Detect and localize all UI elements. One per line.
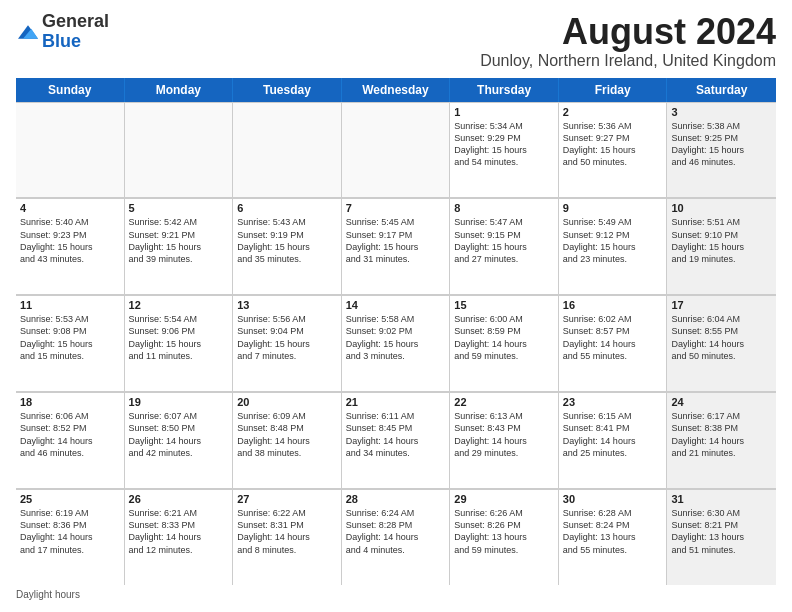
main-title: August 2024 (480, 12, 776, 52)
day-number: 13 (237, 299, 337, 311)
day-number: 8 (454, 202, 554, 214)
day-number: 26 (129, 493, 229, 505)
empty-cell (233, 102, 342, 198)
cell-info: Sunrise: 6:15 AMSunset: 8:41 PMDaylight:… (563, 410, 663, 459)
day-number: 2 (563, 106, 663, 118)
cell-info: Sunrise: 5:36 AMSunset: 9:27 PMDaylight:… (563, 120, 663, 169)
day-number: 15 (454, 299, 554, 311)
day-number: 30 (563, 493, 663, 505)
cell-info: Sunrise: 5:45 AMSunset: 9:17 PMDaylight:… (346, 216, 446, 265)
day-number: 20 (237, 396, 337, 408)
calendar-body: 1Sunrise: 5:34 AMSunset: 9:29 PMDaylight… (16, 102, 776, 585)
day-cell-8: 8Sunrise: 5:47 AMSunset: 9:15 PMDaylight… (450, 198, 559, 294)
day-number: 10 (671, 202, 772, 214)
cell-info: Sunrise: 6:30 AMSunset: 8:21 PMDaylight:… (671, 507, 772, 556)
day-number: 12 (129, 299, 229, 311)
day-number: 25 (20, 493, 120, 505)
cell-info: Sunrise: 6:00 AMSunset: 8:59 PMDaylight:… (454, 313, 554, 362)
day-number: 21 (346, 396, 446, 408)
empty-cell (16, 102, 125, 198)
cell-info: Sunrise: 5:47 AMSunset: 9:15 PMDaylight:… (454, 216, 554, 265)
day-header-friday: Friday (559, 78, 668, 102)
day-header-wednesday: Wednesday (342, 78, 451, 102)
day-number: 11 (20, 299, 120, 311)
calendar-row-4: 18Sunrise: 6:06 AMSunset: 8:52 PMDayligh… (16, 392, 776, 489)
day-cell-4: 4Sunrise: 5:40 AMSunset: 9:23 PMDaylight… (16, 198, 125, 294)
day-number: 4 (20, 202, 120, 214)
day-cell-30: 30Sunrise: 6:28 AMSunset: 8:24 PMDayligh… (559, 489, 668, 585)
cell-info: Sunrise: 5:38 AMSunset: 9:25 PMDaylight:… (671, 120, 772, 169)
day-cell-2: 2Sunrise: 5:36 AMSunset: 9:27 PMDaylight… (559, 102, 668, 198)
day-cell-11: 11Sunrise: 5:53 AMSunset: 9:08 PMDayligh… (16, 295, 125, 391)
cell-info: Sunrise: 5:42 AMSunset: 9:21 PMDaylight:… (129, 216, 229, 265)
day-number: 5 (129, 202, 229, 214)
header: General Blue August 2024 Dunloy, Norther… (16, 12, 776, 70)
title-area: August 2024 Dunloy, Northern Ireland, Un… (480, 12, 776, 70)
cell-info: Sunrise: 5:49 AMSunset: 9:12 PMDaylight:… (563, 216, 663, 265)
day-number: 19 (129, 396, 229, 408)
calendar-row-1: 1Sunrise: 5:34 AMSunset: 9:29 PMDaylight… (16, 102, 776, 199)
day-cell-29: 29Sunrise: 6:26 AMSunset: 8:26 PMDayligh… (450, 489, 559, 585)
day-header-thursday: Thursday (450, 78, 559, 102)
day-header-tuesday: Tuesday (233, 78, 342, 102)
day-number: 16 (563, 299, 663, 311)
day-cell-20: 20Sunrise: 6:09 AMSunset: 8:48 PMDayligh… (233, 392, 342, 488)
day-cell-23: 23Sunrise: 6:15 AMSunset: 8:41 PMDayligh… (559, 392, 668, 488)
cell-info: Sunrise: 6:07 AMSunset: 8:50 PMDaylight:… (129, 410, 229, 459)
day-number: 31 (671, 493, 772, 505)
cell-info: Sunrise: 6:17 AMSunset: 8:38 PMDaylight:… (671, 410, 772, 459)
day-cell-27: 27Sunrise: 6:22 AMSunset: 8:31 PMDayligh… (233, 489, 342, 585)
day-cell-16: 16Sunrise: 6:02 AMSunset: 8:57 PMDayligh… (559, 295, 668, 391)
cell-info: Sunrise: 5:51 AMSunset: 9:10 PMDaylight:… (671, 216, 772, 265)
cell-info: Sunrise: 6:22 AMSunset: 8:31 PMDaylight:… (237, 507, 337, 556)
cell-info: Sunrise: 6:19 AMSunset: 8:36 PMDaylight:… (20, 507, 120, 556)
day-cell-5: 5Sunrise: 5:42 AMSunset: 9:21 PMDaylight… (125, 198, 234, 294)
logo-general: General (42, 11, 109, 31)
cell-info: Sunrise: 5:40 AMSunset: 9:23 PMDaylight:… (20, 216, 120, 265)
day-header-saturday: Saturday (667, 78, 776, 102)
day-cell-9: 9Sunrise: 5:49 AMSunset: 9:12 PMDaylight… (559, 198, 668, 294)
day-cell-6: 6Sunrise: 5:43 AMSunset: 9:19 PMDaylight… (233, 198, 342, 294)
calendar-header: SundayMondayTuesdayWednesdayThursdayFrid… (16, 78, 776, 102)
day-cell-28: 28Sunrise: 6:24 AMSunset: 8:28 PMDayligh… (342, 489, 451, 585)
calendar-row-5: 25Sunrise: 6:19 AMSunset: 8:36 PMDayligh… (16, 489, 776, 585)
day-number: 29 (454, 493, 554, 505)
cell-info: Sunrise: 5:54 AMSunset: 9:06 PMDaylight:… (129, 313, 229, 362)
cell-info: Sunrise: 5:43 AMSunset: 9:19 PMDaylight:… (237, 216, 337, 265)
cell-info: Sunrise: 5:34 AMSunset: 9:29 PMDaylight:… (454, 120, 554, 169)
day-cell-25: 25Sunrise: 6:19 AMSunset: 8:36 PMDayligh… (16, 489, 125, 585)
cell-info: Sunrise: 6:13 AMSunset: 8:43 PMDaylight:… (454, 410, 554, 459)
cell-info: Sunrise: 6:26 AMSunset: 8:26 PMDaylight:… (454, 507, 554, 556)
day-number: 18 (20, 396, 120, 408)
day-cell-22: 22Sunrise: 6:13 AMSunset: 8:43 PMDayligh… (450, 392, 559, 488)
subtitle: Dunloy, Northern Ireland, United Kingdom (480, 52, 776, 70)
day-number: 14 (346, 299, 446, 311)
day-number: 6 (237, 202, 337, 214)
logo-icon (16, 22, 40, 42)
cell-info: Sunrise: 5:58 AMSunset: 9:02 PMDaylight:… (346, 313, 446, 362)
day-cell-31: 31Sunrise: 6:30 AMSunset: 8:21 PMDayligh… (667, 489, 776, 585)
day-number: 1 (454, 106, 554, 118)
cell-info: Sunrise: 6:21 AMSunset: 8:33 PMDaylight:… (129, 507, 229, 556)
cell-info: Sunrise: 6:11 AMSunset: 8:45 PMDaylight:… (346, 410, 446, 459)
day-number: 24 (671, 396, 772, 408)
day-cell-24: 24Sunrise: 6:17 AMSunset: 8:38 PMDayligh… (667, 392, 776, 488)
day-number: 22 (454, 396, 554, 408)
day-cell-18: 18Sunrise: 6:06 AMSunset: 8:52 PMDayligh… (16, 392, 125, 488)
logo: General Blue (16, 12, 109, 52)
cell-info: Sunrise: 6:24 AMSunset: 8:28 PMDaylight:… (346, 507, 446, 556)
day-cell-12: 12Sunrise: 5:54 AMSunset: 9:06 PMDayligh… (125, 295, 234, 391)
day-number: 23 (563, 396, 663, 408)
page: General Blue August 2024 Dunloy, Norther… (0, 0, 792, 612)
day-header-sunday: Sunday (16, 78, 125, 102)
calendar-row-2: 4Sunrise: 5:40 AMSunset: 9:23 PMDaylight… (16, 198, 776, 295)
day-cell-13: 13Sunrise: 5:56 AMSunset: 9:04 PMDayligh… (233, 295, 342, 391)
day-number: 17 (671, 299, 772, 311)
day-number: 28 (346, 493, 446, 505)
day-number: 7 (346, 202, 446, 214)
cell-info: Sunrise: 6:28 AMSunset: 8:24 PMDaylight:… (563, 507, 663, 556)
day-cell-1: 1Sunrise: 5:34 AMSunset: 9:29 PMDaylight… (450, 102, 559, 198)
calendar-row-3: 11Sunrise: 5:53 AMSunset: 9:08 PMDayligh… (16, 295, 776, 392)
day-number: 27 (237, 493, 337, 505)
footer-note: Daylight hours (16, 589, 776, 600)
